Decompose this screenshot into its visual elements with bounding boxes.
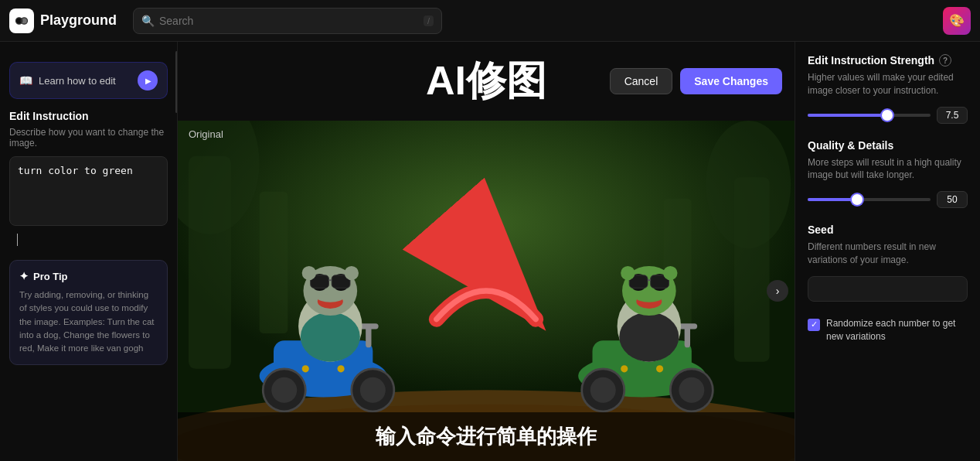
svg-point-57 (663, 266, 677, 280)
randomize-label: Randomize each number to get new variati… (826, 317, 968, 343)
svg-point-10 (706, 121, 791, 248)
header-right: 🎨 (943, 7, 971, 35)
star-icon: ✦ (19, 270, 29, 282)
edit-strength-title: Edit Instruction Strength ? (808, 54, 968, 67)
pro-tip-card: ✦ Pro Tip Try adding, removing, or think… (9, 260, 168, 365)
edit-strength-slider-row: 7.5 (808, 107, 968, 124)
edit-strength-thumb[interactable] (882, 110, 893, 121)
chevron-right-icon: › (776, 285, 780, 297)
check-icon: ✓ (811, 319, 818, 330)
edit-strength-track[interactable] (808, 114, 931, 117)
quality-thumb[interactable] (852, 194, 863, 205)
search-shortcut: / (424, 15, 434, 26)
play-button[interactable]: ▶ (138, 70, 158, 90)
search-icon: 🔍 (141, 15, 155, 27)
svg-rect-11 (260, 192, 288, 333)
seed-input[interactable] (808, 276, 968, 302)
svg-point-56 (621, 266, 635, 280)
edit-instruction-desc: Describe how you want to change the imag… (9, 127, 168, 149)
quality-section: Quality & Details More steps will result… (808, 139, 968, 209)
pro-tip-text: Try adding, removing, or thinking of sty… (19, 289, 158, 355)
edit-strength-desc: Higher values will make your edited imag… (808, 71, 968, 97)
svg-point-41 (679, 377, 704, 403)
save-changes-button[interactable]: Save Changes (680, 68, 782, 94)
main: 📖 Learn how to edit ▶ Edit Instruction D… (0, 42, 980, 461)
edit-strength-fill (808, 114, 887, 117)
edit-strength-section: Edit Instruction Strength ? Higher value… (808, 54, 968, 124)
logo-area: Playground (9, 9, 133, 33)
learn-how-to-edit-button[interactable]: 📖 Learn how to edit ▶ (9, 62, 168, 99)
edit-instruction-title: Edit Instruction (9, 110, 168, 122)
svg-rect-44 (685, 326, 690, 348)
header: Playground 🔍 / 🎨 (0, 0, 980, 42)
edit-strength-value: 7.5 (937, 107, 968, 124)
learn-btn-left: 📖 Learn how to edit (19, 74, 116, 87)
quality-fill (808, 198, 857, 201)
svg-point-19 (302, 365, 309, 372)
svg-point-18 (360, 377, 386, 403)
sidebar: 📖 Learn how to edit ▶ Edit Instruction D… (0, 42, 178, 461)
book-icon: 📖 (19, 74, 32, 87)
seed-desc: Different numbers result in new variatio… (808, 241, 968, 267)
quality-value: 50 (937, 191, 968, 208)
logo-text: Playground (40, 12, 117, 29)
svg-point-20 (338, 365, 345, 372)
learn-btn-label: Learn how to edit (39, 75, 116, 87)
svg-point-47 (619, 312, 679, 362)
svg-point-24 (301, 312, 360, 362)
svg-point-55 (636, 294, 662, 302)
logo-icon (9, 9, 34, 33)
quality-title: Quality & Details (808, 139, 968, 152)
svg-point-32 (318, 294, 343, 302)
next-image-button[interactable]: › (767, 280, 788, 302)
edit-instruction-input[interactable]: turn color to green (9, 156, 168, 226)
original-label: Original (189, 128, 223, 140)
search-input[interactable] (159, 15, 419, 27)
svg-point-34 (345, 266, 359, 280)
quality-desc: More steps will result in a high quality… (808, 156, 968, 183)
seed-title: Seed (808, 224, 968, 236)
quality-track[interactable] (808, 198, 931, 201)
seed-section: Seed Different numbers result in new var… (808, 224, 968, 302)
svg-point-33 (302, 266, 316, 280)
edit-strength-info-icon[interactable]: ? (939, 54, 951, 67)
page-title: AI修图 (426, 54, 546, 108)
background-scene (178, 121, 795, 461)
pro-tip-title: Pro Tip (33, 271, 68, 282)
svg-point-43 (656, 365, 663, 372)
svg-point-42 (621, 365, 628, 372)
bottom-text: 输入命令进行简单的操作 (376, 425, 597, 448)
edit-instruction-section: Edit Instruction Describe how you want t… (9, 110, 168, 249)
pro-tip-header: ✦ Pro Tip (19, 270, 158, 282)
center-actions: Cancel Save Changes (610, 68, 782, 94)
center-panel: AI修图 Cancel Save Changes Original (178, 42, 795, 461)
search-bar[interactable]: 🔍 / (133, 8, 442, 34)
image-area: Original (178, 121, 795, 461)
right-panel: Edit Instruction Strength ? Higher value… (795, 42, 980, 461)
avatar[interactable]: 🎨 (943, 7, 971, 35)
play-icon: ▶ (145, 77, 151, 85)
svg-point-39 (590, 377, 616, 403)
randomize-row: ✓ Randomize each number to get new varia… (808, 317, 968, 343)
bottom-overlay: 输入命令进行简单的操作 (178, 412, 795, 461)
cursor-line (17, 234, 18, 246)
quality-slider-row: 50 (808, 191, 968, 208)
cancel-button[interactable]: Cancel (610, 68, 673, 94)
image-canvas: 输入命令进行简单的操作 (178, 121, 795, 461)
center-header: AI修图 Cancel Save Changes (178, 42, 795, 121)
randomize-checkbox[interactable]: ✓ (808, 319, 820, 331)
svg-point-16 (271, 377, 297, 403)
svg-rect-21 (366, 326, 371, 348)
